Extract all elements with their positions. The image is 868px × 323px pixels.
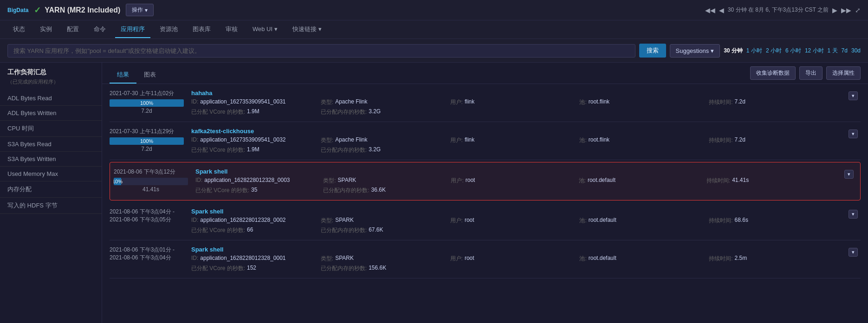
meta-type-5: 类型: SPARK: [321, 255, 450, 263]
app-meta-5: ID: application_1628228012328_0001 类型: S…: [191, 255, 838, 272]
meta-id-3: ID: application_1628228012328_0003: [195, 177, 323, 185]
meta-memory-3: 已分配内存的秒数: 36.6K: [323, 187, 451, 194]
app-time-col-4: 2021-08-06 下午3点04分 - 2021-08-06 下午3点05分: [110, 208, 184, 234]
prev-prev-button[interactable]: ◀◀: [705, 6, 715, 14]
time-filter-1h[interactable]: 1 小时: [746, 47, 762, 55]
time-filter-30d[interactable]: 30d: [851, 47, 861, 54]
meta-pool-1: 池: root.flink: [579, 98, 709, 106]
nav-item-apps[interactable]: 应用程序: [115, 21, 150, 38]
meta-type-3: 类型: SPARK: [323, 177, 451, 185]
meta-duration-1: 持续时间: 7.2d: [709, 98, 838, 106]
nav-menu: 状态 实例 配置 命令 应用程序 资源池 图表库 审核 Web UI ▾ 快速链…: [0, 20, 868, 39]
prev-button[interactable]: ◀: [719, 6, 724, 14]
app-row-action-4: ▾: [846, 208, 861, 234]
nav-item-instance[interactable]: 实例: [34, 21, 58, 38]
content-header: 结果 图表 收集诊断数据 导出 选择属性: [102, 63, 868, 84]
app-meta-4: ID: application_1628228012328_0002 类型: S…: [191, 217, 838, 234]
export-button[interactable]: 导出: [799, 66, 823, 80]
sidebar-item-memory-alloc[interactable]: 内存分配: [0, 181, 102, 198]
app-title-text: YARN (MR2 Included): [45, 6, 120, 14]
nav-item-audit[interactable]: 审核: [220, 21, 243, 38]
sidebar-item-s3a-write[interactable]: S3A Bytes Written: [0, 152, 102, 167]
app-time-2: 2021-07-30 上午11点29分: [110, 128, 184, 136]
meta-vcore-1: 已分配 VCore 的秒数: 1.9M: [191, 108, 321, 116]
collect-diagnostics-button[interactable]: 收集诊断数据: [750, 66, 796, 80]
time-range-label: 30 分钟 在 8月 6, 下午3点13分 CST 之前: [728, 6, 829, 14]
progress-bar-3: 10%: [114, 178, 121, 185]
row-dropdown-5[interactable]: ▾: [849, 248, 858, 257]
time-filter-30min[interactable]: 30 分钟: [724, 47, 743, 55]
search-input[interactable]: [7, 44, 635, 58]
meta-id-5: ID: application_1628228012328_0001: [191, 255, 321, 263]
app-list: 2021-07-30 上午11点02分 100% 7.2d hahaha ID:…: [102, 84, 868, 278]
search-bar: 搜索 Suggestions ▾ 30 分钟 1 小时 2 小时 6 小时 12…: [0, 39, 868, 63]
app-main-col-1: hahaha ID: application_1627353909541_003…: [191, 90, 838, 116]
meta-pool-2: 池: root.flink: [579, 136, 709, 144]
row-dropdown-2[interactable]: ▾: [849, 129, 858, 138]
meta-vcore-2: 已分配 VCore 的秒数: 1.9M: [191, 146, 321, 154]
nav-item-charts[interactable]: 图表库: [187, 21, 216, 38]
app-time-3: 2021-08-06 下午3点12分: [114, 168, 188, 176]
action-button[interactable]: 操作 ▾: [126, 4, 154, 16]
suggestions-button[interactable]: Suggestions ▾: [670, 44, 720, 58]
meta-memory-2: 已分配内存的秒数: 3.2G: [321, 146, 450, 154]
sidebar-item-cpu[interactable]: CPU 时间: [0, 121, 102, 137]
sidebar-item-hdfs-write[interactable]: 写入的 HDFS 字节: [0, 198, 102, 214]
tab-results[interactable]: 结果: [110, 67, 136, 84]
quicklinks-arrow-icon: ▾: [318, 26, 322, 32]
nav-item-status[interactable]: 状态: [7, 21, 31, 38]
time-filter-7d[interactable]: 7d: [842, 47, 848, 54]
app-name-5[interactable]: Spark shell: [191, 246, 838, 253]
select-properties-button[interactable]: 选择属性: [826, 66, 861, 80]
time-filter-6h[interactable]: 6 小时: [785, 47, 801, 55]
nav-item-config[interactable]: 配置: [61, 21, 84, 38]
sidebar-item-s3a-read[interactable]: S3A Bytes Read: [0, 137, 102, 152]
app-time-1: 2021-07-30 上午11点02分: [110, 90, 184, 97]
sidebar-item-used-memory-max[interactable]: Used Memory Max: [0, 167, 102, 181]
nav-item-pool[interactable]: 资源池: [154, 21, 183, 38]
search-button[interactable]: 搜索: [639, 44, 666, 58]
app-name-1[interactable]: hahaha: [191, 90, 838, 97]
app-time-col-1: 2021-07-30 上午11点02分 100% 7.2d: [110, 90, 184, 116]
content-area: 结果 图表 收集诊断数据 导出 选择属性 2021-07-30 上午11点02分…: [102, 63, 868, 323]
progress-bar-2: 100%: [110, 137, 184, 145]
sidebar-item-adl-write[interactable]: ADL Bytes Written: [0, 106, 102, 121]
time-filter-12h[interactable]: 12 小时: [805, 47, 824, 55]
app-name-4[interactable]: Spark shell: [191, 208, 838, 215]
meta-vcore-3: 已分配 VCore 的秒数: 35: [195, 187, 323, 194]
time-filters: 30 分钟 1 小时 2 小时 6 小时 12 小时 1 天 7d 30d: [724, 47, 861, 55]
sidebar-item-adl-read[interactable]: ADL Bytes Read: [0, 91, 102, 106]
time-filter-1d[interactable]: 1 天: [828, 47, 838, 55]
meta-id-2: ID: application_1627353909541_0032: [191, 136, 321, 144]
webui-arrow-icon: ▾: [274, 26, 278, 32]
app-name-2[interactable]: kafka2test-clickhouse: [191, 128, 838, 135]
nav-item-quicklinks[interactable]: 快速链接 ▾: [287, 21, 327, 38]
app-row-action-3: ▾: [842, 168, 856, 194]
next-button[interactable]: ▶: [832, 6, 837, 14]
duration-label-2: 7.2d: [110, 146, 184, 152]
sidebar-subtitle: （已完成的应用程序）: [0, 78, 102, 91]
row-dropdown-3[interactable]: ▾: [844, 170, 854, 179]
nav-item-command[interactable]: 命令: [88, 21, 111, 38]
row-dropdown-4[interactable]: ▾: [849, 210, 858, 219]
table-row: 2021-07-30 上午11点02分 100% 7.2d hahaha ID:…: [110, 84, 861, 122]
meta-vcore-4: 已分配 VCore 的秒数: 66: [191, 226, 321, 234]
suggestions-arrow-icon: ▾: [711, 47, 714, 54]
meta-pool-4: 池: root.default: [579, 217, 709, 225]
row-dropdown-1[interactable]: ▾: [849, 91, 858, 100]
app-time-4: 2021-08-06 下午3点04分 - 2021-08-06 下午3点05分: [110, 208, 184, 224]
app-name-3[interactable]: Spark shell: [195, 168, 834, 175]
tab-charts[interactable]: 图表: [136, 67, 163, 84]
meta-duration-5: 持续时间: 2.5m: [709, 255, 838, 263]
time-filter-2h[interactable]: 2 小时: [766, 47, 782, 55]
app-meta-2: ID: application_1627353909541_0032 类型: A…: [191, 136, 838, 154]
expand-button[interactable]: ⤢: [855, 6, 861, 14]
app-main-col-4: Spark shell ID: application_162822801232…: [191, 208, 838, 234]
meta-user-3: 用户: root: [451, 177, 578, 185]
meta-type-2: 类型: Apache Flink: [321, 136, 450, 144]
nav-item-webui[interactable]: Web UI ▾: [247, 22, 283, 37]
table-row: 2021-08-06 下午3点01分 - 2021-08-06 下午3点04分 …: [110, 240, 861, 278]
next-next-button[interactable]: ▶▶: [841, 6, 851, 14]
meta-vcore-5: 已分配 VCore 的秒数: 152: [191, 265, 321, 272]
suggestions-label: Suggestions: [676, 47, 709, 54]
